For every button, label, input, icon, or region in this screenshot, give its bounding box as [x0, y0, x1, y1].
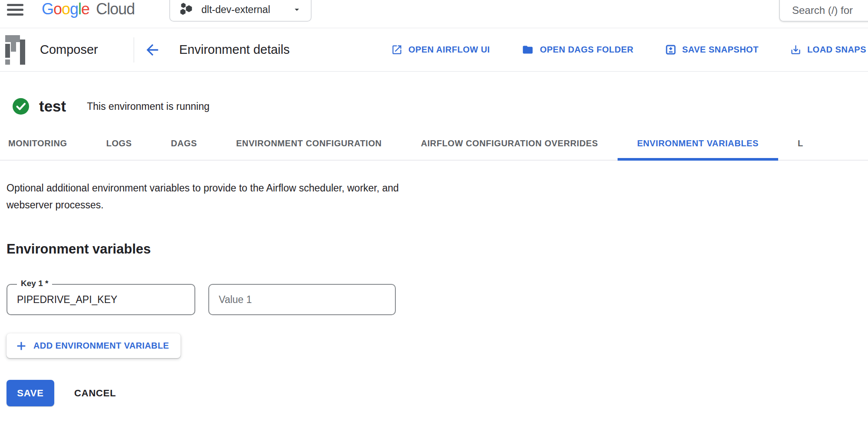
google-cloud-logo[interactable]: Google Cloud [42, 0, 135, 18]
key-field-outline: Key 1 * [7, 284, 195, 315]
key-field-label: Key 1 * [17, 279, 52, 288]
menu-bar [7, 4, 23, 6]
save-snapshot-button[interactable]: SAVE SNAPSHOT [665, 44, 759, 56]
page-title: Environment details [179, 43, 290, 57]
status-check-icon [12, 98, 30, 115]
key-input[interactable] [7, 285, 194, 314]
action-label: OPEN AIRFLOW UI [408, 45, 490, 55]
search-placeholder: Search (/) for [792, 4, 853, 16]
form-actions: SAVE CANCEL [7, 380, 868, 406]
save-button[interactable]: SAVE [7, 380, 54, 406]
header-divider [134, 37, 134, 63]
save-snapshot-icon [665, 44, 677, 56]
tab-dags[interactable]: DAGS [151, 127, 217, 160]
tab-label: AIRFLOW CONFIGURATION OVERRIDES [421, 138, 598, 148]
plus-icon [15, 340, 27, 352]
section-heading: Environment variables [7, 241, 868, 257]
tab-label: ENVIRONMENT VARIABLES [637, 138, 759, 148]
project-selector[interactable]: dlt-dev-external [169, 0, 312, 22]
value-input[interactable] [209, 285, 395, 314]
panel-description: Optional additional environment variable… [7, 180, 443, 214]
tab-environment-variables[interactable]: ENVIRONMENT VARIABLES [618, 127, 778, 160]
header-actions: OPEN AIRFLOW UI OPEN DAGS FOLDER SAVE SN… [391, 44, 868, 56]
tab-label: MONITORING [8, 138, 67, 148]
chevron-down-icon [292, 4, 302, 15]
action-label: OPEN DAGS FOLDER [540, 45, 634, 55]
environment-name: test [39, 98, 66, 115]
load-snapshot-button[interactable]: LOAD SNAPS [790, 44, 866, 56]
variable-row: Key 1 * [7, 284, 868, 315]
tab-label: LOGS [106, 138, 132, 148]
tab-monitoring[interactable]: MONITORING [0, 127, 87, 160]
tab-logs[interactable]: LOGS [87, 127, 151, 160]
back-arrow-icon[interactable] [144, 41, 161, 59]
tab-label: ENVIRONMENT CONFIGURATION [236, 138, 382, 148]
composer-logo-icon [3, 34, 27, 66]
environment-status-message: This environment is running [87, 101, 210, 112]
product-name: Composer [40, 43, 98, 57]
tab-airflow-configuration-overrides[interactable]: AIRFLOW CONFIGURATION OVERRIDES [401, 127, 618, 160]
project-name: dlt-dev-external [201, 4, 270, 16]
project-hexagons-icon [180, 2, 194, 16]
environment-status-row: test This environment is running [0, 96, 868, 116]
tab-bar: MONITORING LOGS DAGS ENVIRONMENT CONFIGU… [0, 127, 868, 161]
open-airflow-ui-button[interactable]: OPEN AIRFLOW UI [391, 44, 490, 56]
action-label: LOAD SNAPS [807, 45, 866, 55]
menu-icon[interactable] [7, 4, 24, 18]
open-dags-folder-button[interactable]: OPEN DAGS FOLDER [521, 44, 634, 56]
search-input[interactable]: Search (/) for [779, 0, 868, 22]
value-field-outline [208, 284, 396, 315]
menu-bar [7, 13, 23, 16]
product-header: Composer Environment details OPEN AIRFLO… [0, 28, 868, 72]
google-wordmark: Google [42, 0, 89, 18]
folder-icon [521, 44, 534, 56]
environment-variables-panel: Optional additional environment variable… [0, 180, 868, 406]
tab-labels-truncated[interactable]: L [778, 127, 823, 160]
add-button-label: ADD ENVIRONMENT VARIABLE [33, 341, 169, 351]
open-in-new-icon [391, 44, 403, 56]
tab-label: DAGS [171, 138, 197, 148]
menu-bar [7, 9, 23, 11]
cloud-wordmark: Cloud [96, 0, 135, 18]
top-app-bar: Google Cloud dlt-dev-external Search (/)… [0, 0, 868, 28]
action-label: SAVE SNAPSHOT [682, 45, 759, 55]
tab-environment-configuration[interactable]: ENVIRONMENT CONFIGURATION [217, 127, 401, 160]
add-environment-variable-button[interactable]: ADD ENVIRONMENT VARIABLE [7, 333, 181, 358]
tab-label: L [798, 138, 803, 148]
download-icon [790, 44, 802, 56]
cancel-button[interactable]: CANCEL [74, 388, 116, 399]
